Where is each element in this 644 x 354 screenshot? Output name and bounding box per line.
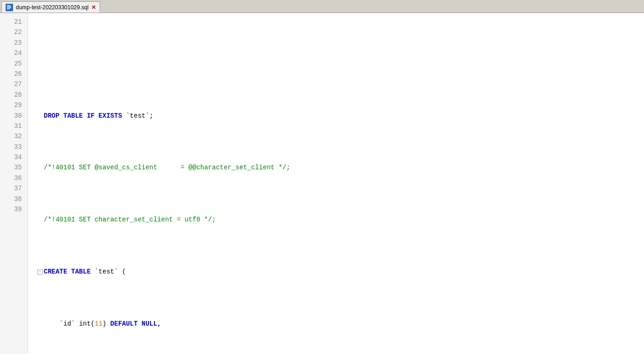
ln-39: 39 bbox=[0, 204, 27, 214]
ln-22: 22 bbox=[0, 27, 27, 37]
fold-indicator-25[interactable]: − bbox=[37, 269, 43, 275]
code-text-25b: `test` ( bbox=[95, 267, 126, 277]
ln-37: 37 bbox=[0, 183, 27, 194]
ln-35: 35 bbox=[0, 162, 27, 173]
svg-rect-3 bbox=[7, 7, 11, 8]
ln-24: 24 bbox=[0, 48, 27, 58]
code-num-26: 11 bbox=[95, 319, 102, 329]
code-line-24: /*!40101 SET character_set_client = utf8… bbox=[37, 214, 644, 225]
code-line-22: DROP TABLE IF EXISTS `test`; bbox=[37, 111, 644, 121]
ln-36: 36 bbox=[0, 173, 27, 183]
code-text-24: /*!40101 SET character_set_client = utf8… bbox=[44, 214, 216, 225]
ln-38: 38 bbox=[0, 194, 27, 204]
ln-32: 32 bbox=[0, 131, 27, 141]
code-text-22b: `test`; bbox=[126, 111, 153, 121]
ln-27: 27 bbox=[0, 79, 27, 89]
file-tab-icon bbox=[6, 4, 13, 11]
ln-30: 30 bbox=[0, 111, 27, 121]
code-text-26a: `id` bbox=[44, 319, 79, 329]
svg-rect-1 bbox=[7, 5, 10, 6]
line-numbers: 21 22 23 24 25 26 27 28 29 30 31 32 33 3… bbox=[0, 13, 28, 354]
ln-33: 33 bbox=[0, 142, 27, 152]
ln-28: 28 bbox=[0, 90, 27, 100]
editor-area: 21 22 23 24 25 26 27 28 29 30 31 32 33 3… bbox=[0, 13, 644, 354]
ln-34: 34 bbox=[0, 152, 27, 162]
code-text-26b: int( bbox=[79, 319, 95, 329]
code-text-21 bbox=[44, 59, 47, 69]
code-line-23: /*!40101 SET @saved_cs_client = @@charac… bbox=[37, 162, 644, 173]
main-window: dump-test-202203301029.sql ✕ 21 22 23 24… bbox=[0, 0, 644, 354]
code-kw-create: CREATE TABLE bbox=[44, 267, 95, 277]
code-line-25: − CREATE TABLE `test` ( bbox=[37, 267, 644, 277]
ln-21: 21 bbox=[0, 17, 27, 27]
tab-close-button[interactable]: ✕ bbox=[91, 4, 96, 11]
ln-25: 25 bbox=[0, 59, 27, 69]
code-text-26c: ) bbox=[102, 319, 110, 329]
svg-rect-2 bbox=[7, 6, 11, 7]
code-editor[interactable]: DROP TABLE IF EXISTS `test`; /*!40101 SE… bbox=[28, 13, 644, 354]
code-kw-drop: DROP TABLE IF EXISTS bbox=[44, 111, 126, 121]
code-line-26: `id` int(11) DEFAULT NULL, bbox=[37, 319, 644, 329]
file-tab[interactable]: dump-test-202203301029.sql ✕ bbox=[1, 1, 100, 13]
code-kw-default-26: DEFAULT NULL, bbox=[110, 319, 161, 329]
code-line-21 bbox=[37, 59, 644, 69]
ln-26: 26 bbox=[0, 69, 27, 79]
tab-label: dump-test-202203301029.sql bbox=[16, 4, 88, 11]
tab-bar: dump-test-202203301029.sql ✕ bbox=[0, 0, 644, 13]
ln-29: 29 bbox=[0, 100, 27, 110]
svg-rect-4 bbox=[7, 8, 10, 9]
code-text-23: /*!40101 SET @saved_cs_client = @@charac… bbox=[44, 162, 290, 173]
ln-31: 31 bbox=[0, 121, 27, 131]
ln-23: 23 bbox=[0, 38, 27, 48]
